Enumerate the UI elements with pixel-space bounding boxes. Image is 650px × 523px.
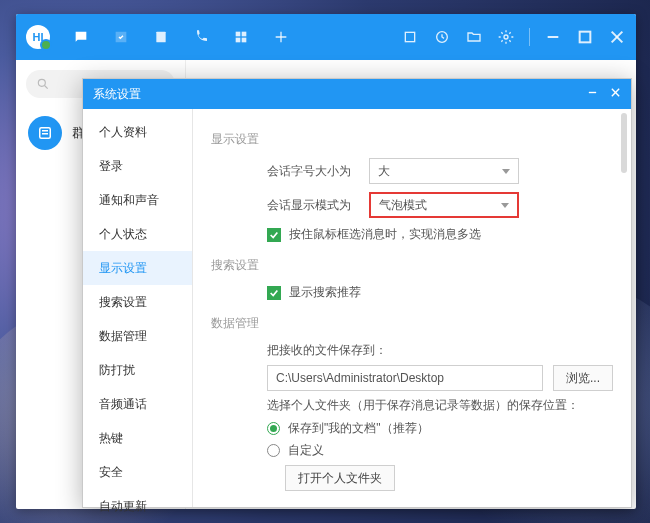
display-mode-label: 会话显示模式为 — [267, 197, 359, 214]
radio-default-location[interactable] — [267, 422, 280, 435]
checkbox-icon[interactable] — [112, 28, 130, 46]
app-logo: HI — [26, 25, 50, 49]
checkbox-multiselect[interactable] — [267, 228, 281, 242]
nav-item-11[interactable]: 自动更新 — [83, 489, 192, 523]
nav-item-8[interactable]: 音频通话 — [83, 387, 192, 421]
news-icon[interactable] — [152, 28, 170, 46]
maximize-icon[interactable] — [576, 28, 594, 46]
dialog-close-icon[interactable] — [610, 87, 621, 101]
svg-point-7 — [504, 35, 508, 39]
browse-button[interactable]: 浏览... — [553, 365, 613, 391]
font-size-label: 会话字号大小为 — [267, 163, 359, 180]
topbar: HI — [16, 14, 636, 60]
section-title-display: 显示设置 — [211, 131, 613, 148]
minimize-icon[interactable] — [544, 28, 562, 46]
svg-rect-5 — [405, 32, 414, 41]
svg-point-12 — [38, 79, 45, 86]
nav-item-5[interactable]: 搜索设置 — [83, 285, 192, 319]
checkbox-search-suggest[interactable] — [267, 286, 281, 300]
svg-rect-2 — [242, 32, 247, 37]
nav-item-3[interactable]: 个人状态 — [83, 217, 192, 251]
settings-nav: 个人资料登录通知和声音个人状态显示设置搜索设置数据管理防打扰音频通话热键安全自动… — [83, 109, 193, 507]
nav-item-2[interactable]: 通知和声音 — [83, 183, 192, 217]
dialog-minimize-icon[interactable] — [587, 87, 598, 101]
nav-item-9[interactable]: 热键 — [83, 421, 192, 455]
radio-custom-location[interactable] — [267, 444, 280, 457]
gear-icon[interactable] — [497, 28, 515, 46]
svg-rect-9 — [580, 32, 591, 43]
screenshot-icon[interactable] — [401, 28, 419, 46]
svg-rect-3 — [236, 38, 241, 43]
nav-item-4[interactable]: 显示设置 — [83, 251, 192, 285]
folder-icon[interactable] — [465, 28, 483, 46]
history-icon[interactable] — [433, 28, 451, 46]
close-icon[interactable] — [608, 28, 626, 46]
recv-path-input[interactable]: C:\Users\Administrator\Desktop — [267, 365, 543, 391]
apps-icon[interactable] — [232, 28, 250, 46]
svg-rect-1 — [236, 32, 241, 37]
phone-icon[interactable] — [192, 28, 210, 46]
folder-hint: 选择个人文件夹（用于保存消息记录等数据）的保存位置： — [267, 397, 613, 414]
font-size-select[interactable]: 大 — [369, 158, 519, 184]
open-folder-button[interactable]: 打开个人文件夹 — [285, 465, 395, 491]
chevron-down-icon — [502, 169, 510, 174]
nav-item-0[interactable]: 个人资料 — [83, 115, 192, 149]
chat-icon[interactable] — [72, 28, 90, 46]
search-suggest-label: 显示搜索推荐 — [289, 284, 361, 301]
dialog-title: 系统设置 — [93, 86, 141, 103]
nav-item-7[interactable]: 防打扰 — [83, 353, 192, 387]
display-mode-select[interactable]: 气泡模式 — [369, 192, 519, 218]
add-icon[interactable] — [272, 28, 290, 46]
section-title-search: 搜索设置 — [211, 257, 613, 274]
nav-item-1[interactable]: 登录 — [83, 149, 192, 183]
svg-rect-0 — [156, 32, 165, 43]
nav-item-6[interactable]: 数据管理 — [83, 319, 192, 353]
radio-custom-label: 自定义 — [288, 442, 324, 459]
settings-dialog: 系统设置 个人资料登录通知和声音个人状态显示设置搜索设置数据管理防打扰音频通话热… — [82, 78, 632, 508]
recv-path-label: 把接收的文件保存到： — [267, 342, 613, 359]
group-icon — [28, 116, 62, 150]
dialog-titlebar: 系统设置 — [83, 79, 631, 109]
radio-default-label: 保存到"我的文档"（推荐） — [288, 420, 429, 437]
chevron-down-icon — [501, 203, 509, 208]
multiselect-label: 按住鼠标框选消息时，实现消息多选 — [289, 226, 481, 243]
settings-pane: 显示设置 会话字号大小为 大 会话显示模式为 气泡模式 按住鼠标框选消息时，实现… — [193, 109, 631, 507]
nav-item-10[interactable]: 安全 — [83, 455, 192, 489]
svg-rect-4 — [242, 38, 247, 43]
svg-line-13 — [45, 86, 48, 89]
section-title-data: 数据管理 — [211, 315, 613, 332]
